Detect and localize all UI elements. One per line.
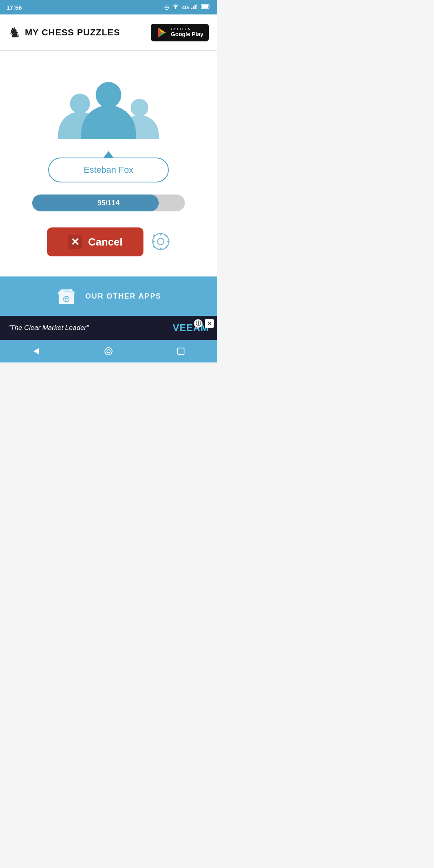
ad-info-button[interactable]: ⓘ (194, 319, 203, 328)
svg-point-0 (175, 8, 176, 9)
google-play-label: Google Play (171, 31, 203, 38)
svg-rect-7 (202, 5, 208, 8)
get-it-on-label: GET IT ON (171, 27, 203, 31)
app-title: MY CHESS PUZZLES (25, 27, 120, 38)
main-content: Esteban Fox 95/114 ✕ Cancel (0, 51, 217, 276)
user-name: Esteban Fox (84, 165, 133, 175)
other-apps-label: OUR OTHER APPS (85, 292, 161, 301)
bubble-arrow (104, 151, 113, 158)
battery-icon (201, 4, 211, 11)
recents-icon (177, 347, 185, 355)
group-users-icon (56, 67, 161, 139)
svg-rect-1 (191, 8, 192, 9)
svg-rect-11 (160, 248, 162, 250)
signal-icon (191, 4, 199, 11)
svg-point-21 (105, 348, 112, 355)
cancel-label: Cancel (88, 236, 122, 248)
dnd-icon: ⊖ (164, 4, 169, 11)
name-bubble-container: Esteban Fox (48, 151, 169, 182)
chess-knight-icon: ♞ (8, 24, 21, 41)
status-bar: 17:56 ⊖ 4G (0, 0, 217, 14)
svg-rect-23 (178, 348, 184, 354)
status-icons: ⊖ 4G (164, 3, 211, 11)
back-icon (32, 347, 41, 356)
svg-rect-10 (160, 233, 162, 235)
person-center (81, 82, 136, 139)
progress-fill (32, 194, 159, 211)
ad-close-button[interactable]: ✕ (205, 319, 214, 328)
svg-point-22 (107, 350, 110, 353)
google-play-text: GET IT ON Google Play (171, 27, 203, 38)
ad-quote: "The Clear Market Leader" (8, 324, 89, 332)
svg-point-19 (70, 289, 72, 291)
svg-point-9 (158, 238, 164, 245)
svg-rect-13 (167, 241, 170, 242)
svg-marker-20 (33, 348, 39, 354)
bottom-nav (0, 340, 217, 362)
svg-rect-14 (153, 234, 156, 237)
home-icon (104, 347, 113, 356)
svg-rect-4 (196, 4, 197, 9)
gear-icon (151, 232, 170, 251)
wifi-icon (172, 3, 180, 11)
cancel-button[interactable]: ✕ Cancel (47, 227, 143, 256)
apps-box-icon (55, 285, 77, 307)
buttons-row: ✕ Cancel (47, 227, 170, 256)
recents-button[interactable] (169, 343, 193, 359)
svg-rect-2 (193, 6, 194, 9)
google-play-icon (156, 27, 168, 38)
ad-bottom: "The Clear Market Leader" veeam ⓘ ✕ (0, 316, 217, 340)
app-logo: ♞ MY CHESS PUZZLES (8, 24, 120, 41)
back-button[interactable] (24, 343, 48, 359)
google-play-button[interactable]: GET IT ON Google Play (151, 24, 209, 41)
4g-icon: 4G (182, 4, 189, 10)
settings-button[interactable] (151, 232, 170, 252)
svg-rect-6 (209, 6, 210, 7)
cancel-x-icon: ✕ (68, 235, 82, 249)
svg-rect-3 (194, 5, 196, 9)
home-button[interactable] (96, 343, 121, 359)
status-time: 17:56 (6, 4, 22, 11)
veeam-logo: veeam (173, 322, 209, 334)
progress-bar-container: 95/114 (32, 194, 185, 211)
progress-text: 95/114 (97, 199, 119, 207)
ad-banner: ♞ MY CHESS PUZZLES GET IT ON Google Play (0, 14, 217, 51)
other-apps-banner[interactable]: OUR OTHER APPS (0, 276, 217, 316)
name-bubble: Esteban Fox (48, 158, 169, 182)
svg-rect-12 (152, 241, 155, 242)
